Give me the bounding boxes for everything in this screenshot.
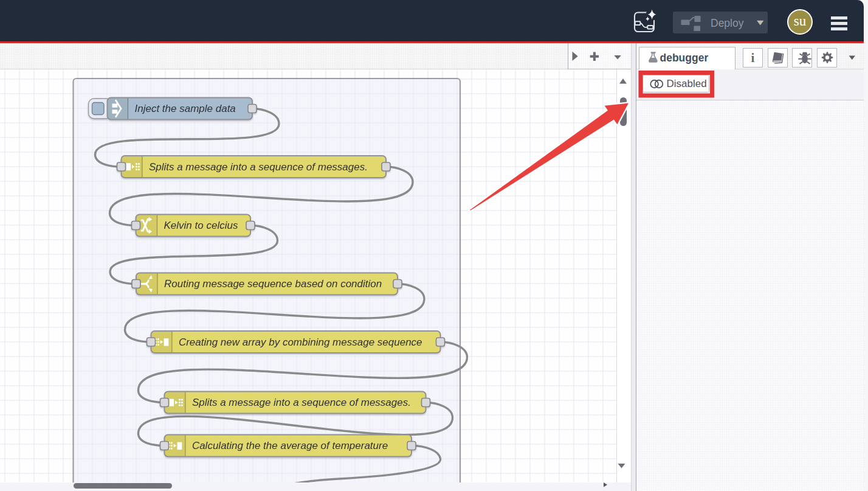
svg-text:Inject the sample data: Inject the sample data bbox=[135, 103, 236, 114]
svg-text:Creating new array by combinin: Creating new array by combining message … bbox=[179, 336, 422, 348]
svg-text:Splits a message into a sequen: Splits a message into a sequence of mess… bbox=[149, 161, 368, 173]
svg-text:Calculating the the average of: Calculating the the average of temperatu… bbox=[192, 440, 388, 451]
svg-text:Routing message sequence based: Routing message sequence based on condit… bbox=[164, 278, 382, 290]
svg-text:i: i bbox=[751, 50, 755, 65]
svg-text:Kelvin to celcius: Kelvin to celcius bbox=[164, 220, 238, 231]
svg-text:Splits a message into a sequen: Splits a message into a sequence of mess… bbox=[192, 397, 411, 408]
